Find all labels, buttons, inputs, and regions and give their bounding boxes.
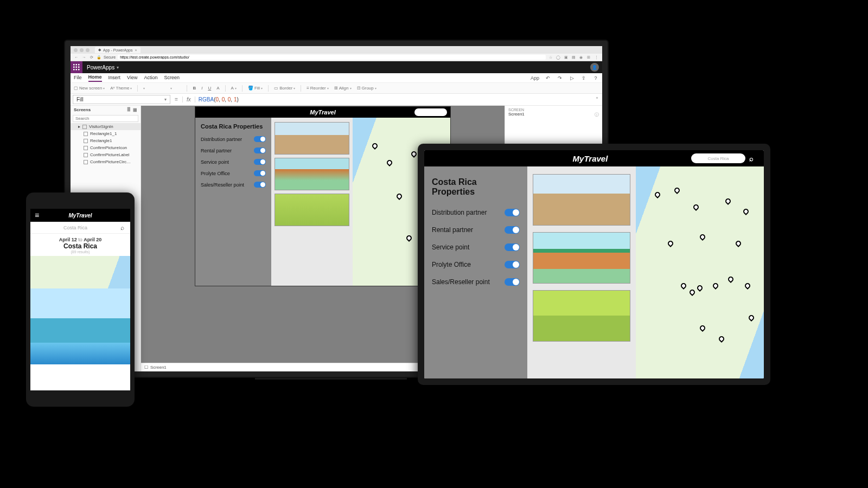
phone-searchbar[interactable]: ⌕ — [30, 222, 130, 234]
menu-action[interactable]: Action — [144, 75, 157, 81]
filter-row[interactable]: Service point — [432, 243, 520, 251]
filter-row[interactable]: Sales/Reseller point — [432, 278, 520, 286]
menu-view[interactable]: View — [127, 75, 137, 81]
map-view[interactable] — [30, 256, 130, 288]
tree-search-input[interactable] — [73, 115, 138, 122]
filter-row[interactable]: Rental partner — [432, 226, 520, 234]
menu-insert[interactable]: Insert — [108, 75, 121, 81]
tree-item[interactable]: ConfirmPictureCirc… — [71, 158, 141, 165]
filter-row[interactable]: Prolyte Office — [201, 170, 266, 176]
map-pin-icon[interactable] — [736, 241, 740, 245]
filter-row[interactable]: Prolyte Office — [432, 261, 520, 268]
tree-item[interactable]: Rectangle1 — [71, 137, 141, 144]
font-dropdown[interactable] — [143, 86, 165, 90]
star-icon[interactable]: ☆ — [548, 55, 553, 60]
share-icon[interactable]: ⇪ — [580, 75, 587, 81]
map-pin-icon[interactable] — [655, 192, 659, 196]
ext3-icon[interactable]: ▤ — [571, 55, 576, 60]
toggle[interactable] — [254, 147, 266, 153]
property-gallery[interactable] — [527, 166, 636, 378]
border-button[interactable]: ▭ Border — [274, 86, 295, 91]
screen-name[interactable]: Screen1 — [508, 112, 525, 118]
formula-expand-icon[interactable]: ˅ — [591, 97, 602, 102]
map-view[interactable] — [636, 166, 764, 378]
menu-home[interactable]: Home — [88, 74, 102, 82]
toggle[interactable] — [505, 209, 520, 216]
filter-row[interactable]: Service point — [201, 159, 266, 165]
tree-item[interactable]: Rectangle1_1 — [71, 130, 141, 137]
map-pin-icon[interactable] — [728, 277, 732, 281]
fx-icon[interactable]: fx — [182, 97, 195, 102]
map-pin-icon[interactable] — [387, 160, 391, 164]
map-pin-icon[interactable] — [749, 315, 753, 319]
map-pin-icon[interactable] — [743, 209, 748, 213]
map-pin-icon[interactable] — [725, 198, 730, 203]
property-thumb[interactable] — [275, 158, 349, 190]
reload-icon[interactable]: ⟳ — [89, 55, 94, 60]
map-pin-icon[interactable] — [697, 285, 701, 290]
tree-item[interactable]: ConfirmPictureLabel — [71, 151, 141, 158]
waffle-icon[interactable] — [71, 61, 82, 73]
play-icon[interactable]: ▷ — [569, 75, 575, 81]
tree-list-icon[interactable]: ≣ — [127, 107, 131, 112]
tree-grid-icon[interactable]: ▦ — [133, 107, 137, 112]
bold-icon[interactable]: B — [193, 86, 196, 91]
browser-tab[interactable]: ◆ App - PowerApps × — [95, 47, 141, 53]
map-pin-icon[interactable] — [674, 188, 679, 192]
property-dropdown[interactable]: Fill — [73, 95, 170, 104]
map-pin-icon[interactable] — [745, 283, 749, 287]
property-thumb[interactable] — [533, 174, 630, 226]
property-thumb[interactable] — [275, 122, 349, 155]
window-max-dot[interactable] — [86, 48, 90, 52]
screen-checkbox[interactable]: ☐ — [144, 365, 148, 370]
underline-icon[interactable]: U — [208, 86, 211, 91]
back-icon[interactable]: ← — [74, 55, 79, 59]
ext4-icon[interactable]: ◉ — [578, 55, 584, 60]
theme-button[interactable]: Aⁿ Theme — [110, 86, 132, 91]
toggle[interactable] — [505, 261, 520, 268]
toggle[interactable] — [505, 243, 520, 251]
new-screen-button[interactable]: ▢ New screen — [74, 86, 105, 91]
map-pin-icon[interactable] — [668, 241, 672, 245]
info-icon[interactable]: ⓘ — [595, 112, 599, 118]
window-min-dot[interactable] — [80, 48, 84, 52]
toggle[interactable] — [254, 170, 266, 176]
formula-input[interactable]: RGBA(0, 0, 0, 1) — [195, 95, 591, 104]
map-pin-icon[interactable] — [700, 234, 704, 239]
menu-file[interactable]: File — [74, 75, 82, 81]
map-pin-icon[interactable] — [693, 204, 698, 209]
app-label[interactable]: App — [531, 75, 539, 81]
map-pin-icon[interactable] — [700, 325, 704, 330]
ext-icon[interactable]: ◯ — [556, 55, 561, 60]
filter-row[interactable]: Sales/Reseller point — [201, 182, 266, 188]
map-pin-icon[interactable] — [713, 283, 717, 287]
property-thumb[interactable] — [533, 290, 630, 342]
redo-icon[interactable]: ↷ — [557, 75, 563, 81]
ext2-icon[interactable]: ▣ — [563, 55, 569, 60]
filter-row[interactable]: Distribution partner — [432, 209, 520, 216]
map-pin-icon[interactable] — [397, 194, 401, 198]
tree-root[interactable]: ▸ VisitorSignIn — [71, 123, 141, 130]
menu-icon[interactable]: ⋮ — [593, 55, 599, 60]
user-avatar[interactable]: 👤 — [590, 63, 599, 72]
tree-item[interactable]: ConfirmPictureIcon — [71, 144, 141, 151]
filter-row[interactable]: Distribution partner — [201, 136, 266, 142]
toggle[interactable] — [505, 226, 520, 234]
url-input[interactable] — [118, 55, 546, 60]
reorder-button[interactable]: ≡ Reorder — [307, 86, 329, 91]
map-pin-icon[interactable] — [690, 290, 694, 294]
toggle[interactable] — [254, 159, 266, 165]
search-icon[interactable]: ⌕ — [745, 155, 757, 163]
property-hero-image[interactable] — [30, 288, 130, 343]
map-pin-icon[interactable] — [719, 336, 723, 341]
help-icon[interactable]: ? — [592, 75, 599, 81]
property-strip-image[interactable] — [30, 343, 130, 364]
search-input[interactable] — [34, 225, 117, 230]
fontcolor-icon[interactable]: A — [231, 86, 237, 91]
menu-screen[interactable]: Screen — [164, 75, 180, 81]
fontsize-dropdown[interactable] — [170, 86, 181, 90]
toggle[interactable] — [254, 182, 266, 188]
property-thumb[interactable] — [275, 194, 349, 226]
filter-row[interactable]: Rental partner — [201, 147, 266, 153]
map-pin-icon[interactable] — [411, 151, 416, 156]
